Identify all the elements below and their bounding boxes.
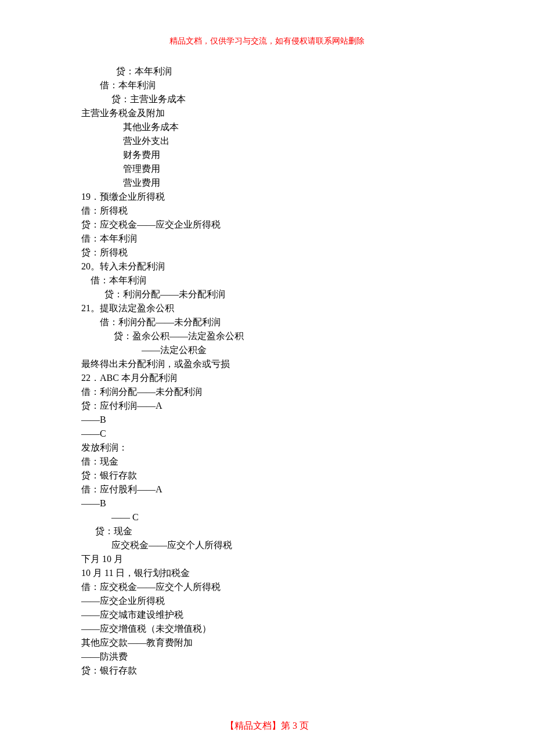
content-line: 借：本年利润 (81, 273, 453, 287)
content-line: 借：利润分配——未分配利润 (81, 315, 453, 329)
content-line: 借：应交税金——应交个人所得税 (81, 580, 453, 594)
content-line: 应交税金——应交个人所得税 (81, 538, 453, 552)
content-line: 贷：主营业务成本 (81, 92, 453, 106)
content-line: 20。转入未分配利润 (81, 260, 453, 273)
document-content: 贷：本年利润 借：本年利润 贷：主营业务成本 主营业务税金及附加 其他业务成本 … (81, 64, 453, 678)
content-line: 借：本年利润 (81, 232, 453, 246)
content-line: 借：本年利润 (81, 78, 453, 92)
content-line: 管理费用 (81, 162, 453, 176)
content-line: 21。提取法定盈余公积 (81, 301, 453, 315)
content-line: 营业费用 (81, 176, 453, 190)
content-line: 其他业务成本 (81, 120, 453, 134)
content-line: 贷：应付利润——A (81, 399, 453, 413)
content-line: 贷：银行存款 (81, 664, 453, 678)
content-line: 借：所得税 (81, 204, 453, 218)
document-footer: 【精品文档】第 3 页 (0, 719, 534, 733)
content-line: 贷：银行存款 (81, 469, 453, 483)
content-line: 财务费用 (81, 148, 453, 162)
footer-text: 【精品文档】第 3 页 (225, 721, 309, 730)
content-line: ——C (81, 427, 453, 441)
document-header: 精品文档，仅供学习与交流，如有侵权请联系网站删除 (81, 35, 453, 47)
content-line: ——防洪费 (81, 650, 453, 664)
content-line: ——B (81, 413, 453, 427)
content-line: 下月 10 月 (81, 552, 453, 566)
content-line: 22．ABC 本月分配利润 (81, 371, 453, 385)
content-line: 借：现金 (81, 455, 453, 469)
content-line: ——应交城市建设维护税 (81, 608, 453, 622)
content-line: 贷：应交税金——应交企业所得税 (81, 218, 453, 232)
header-text: 精品文档，仅供学习与交流，如有侵权请联系网站删除 (169, 37, 365, 45)
content-line: 发放利润： (81, 441, 453, 455)
content-line: ——B (81, 496, 453, 510)
content-line: ——法定公积金 (81, 343, 453, 357)
content-line: 贷：本年利润 (81, 64, 453, 78)
content-line: ——应交企业所得税 (81, 594, 453, 608)
content-line: —— C (81, 510, 453, 524)
content-line: 贷：所得税 (81, 246, 453, 260)
content-line: 营业外支出 (81, 134, 453, 148)
content-line: 借：应付股利——A (81, 483, 453, 496)
content-line: 贷：盈余公积——法定盈余公积 (81, 329, 453, 343)
content-line: 贷：现金 (81, 524, 453, 538)
content-line: ——应交增值税（未交增值税） (81, 622, 453, 636)
content-line: 19．预缴企业所得税 (81, 190, 453, 204)
content-line: 主营业务税金及附加 (81, 106, 453, 120)
content-line: 其他应交款——教育费附加 (81, 636, 453, 650)
content-line: 最终得出未分配利润，或盈余或亏损 (81, 357, 453, 371)
content-line: 10 月 11 日，银行划扣税金 (81, 566, 453, 580)
content-line: 借：利润分配——未分配利润 (81, 385, 453, 399)
content-line: 贷：利润分配——未分配利润 (81, 287, 453, 301)
